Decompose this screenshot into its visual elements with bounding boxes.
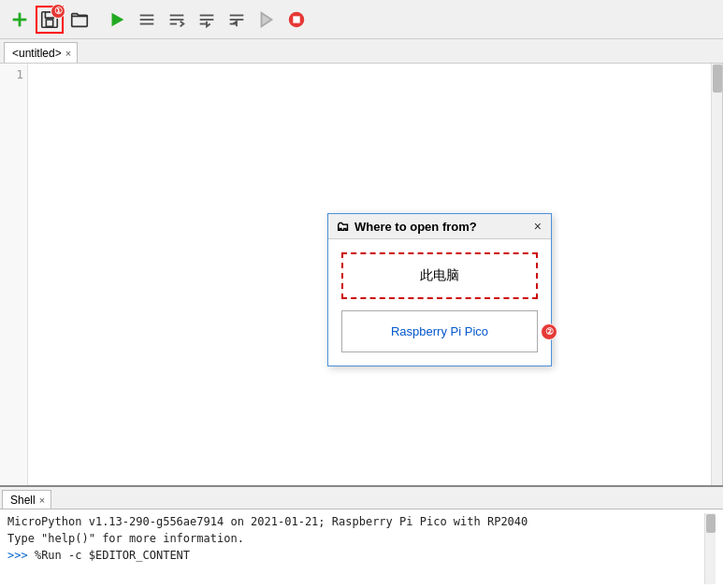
new-file-button[interactable] (6, 6, 34, 34)
this-computer-option[interactable]: 此电脑 (341, 252, 538, 299)
debug-button[interactable] (133, 6, 161, 34)
step2-badge: ② (541, 323, 557, 340)
shell-content: MicroPython v1.13-290-g556ae7914 on 2021… (0, 509, 723, 588)
shell-line-1: MicroPython v1.13-290-g556ae7914 on 2021… (7, 513, 704, 530)
shell-tab-close[interactable]: × (39, 495, 45, 506)
shell-scrollbar-thumb[interactable] (706, 514, 716, 533)
dialog-title-text: Where to open from? (354, 220, 527, 234)
load-button[interactable] (65, 6, 94, 34)
raspberry-pico-label: Raspberry Pi Pico (391, 324, 488, 338)
shell-tab-label: Shell (10, 494, 36, 507)
step1-badge: ① (51, 4, 65, 19)
tab-close-icon[interactable]: × (65, 48, 71, 59)
step-into-button[interactable] (193, 6, 221, 34)
save-button[interactable]: ① (36, 6, 64, 34)
tab-bar: <untitled> × (0, 39, 723, 64)
shell-command: %Run -c $EDITOR_CONTENT (35, 549, 190, 562)
shell-tab-bar: Shell × (0, 487, 723, 509)
svg-marker-18 (262, 12, 272, 26)
this-computer-label: 此电脑 (420, 267, 459, 282)
line-number: 1 (4, 67, 23, 81)
svg-rect-20 (293, 16, 299, 22)
toolbar: ① (0, 0, 723, 39)
shell-container: Shell × MicroPython v1.13-290-g556ae7914… (0, 485, 723, 588)
editor-scrollbar[interactable] (711, 64, 722, 485)
shell-line-2: Type "help()" for more information. (7, 530, 704, 547)
shell-tab[interactable]: Shell × (2, 490, 51, 509)
line-numbers: 1 (0, 64, 28, 485)
tab-label: <untitled> (12, 47, 62, 60)
resume-button[interactable] (253, 6, 281, 34)
raspberry-pico-option[interactable]: Raspberry Pi Pico ② (341, 310, 538, 352)
run-button[interactable] (103, 6, 131, 34)
editor-scrollbar-thumb[interactable] (713, 65, 722, 93)
dialog-close-button[interactable]: × (532, 220, 543, 233)
open-dialog: 🗂 Where to open from? × 此电脑 Raspberry Pi… (327, 213, 552, 366)
svg-rect-4 (46, 20, 52, 26)
shell-scrollbar[interactable] (704, 513, 716, 584)
shell-line-3: >>> %Run -c $EDITOR_CONTENT (7, 547, 704, 564)
step-over-button[interactable] (163, 6, 191, 34)
svg-marker-5 (112, 12, 124, 26)
shell-text-area: MicroPython v1.13-290-g556ae7914 on 2021… (7, 513, 704, 584)
shell-prompt: >>> (7, 549, 35, 562)
stop-button[interactable] (282, 6, 311, 34)
dialog-titlebar: 🗂 Where to open from? × (328, 214, 551, 239)
editor-area: 1 🗂 Where to open from? × 此电脑 Raspberry … (0, 64, 723, 485)
step-out-button[interactable] (223, 6, 251, 34)
untitled-tab[interactable]: <untitled> × (4, 42, 78, 63)
dialog-body: 此电脑 Raspberry Pi Pico ② (328, 239, 551, 366)
dialog-title-icon: 🗂 (336, 219, 349, 234)
